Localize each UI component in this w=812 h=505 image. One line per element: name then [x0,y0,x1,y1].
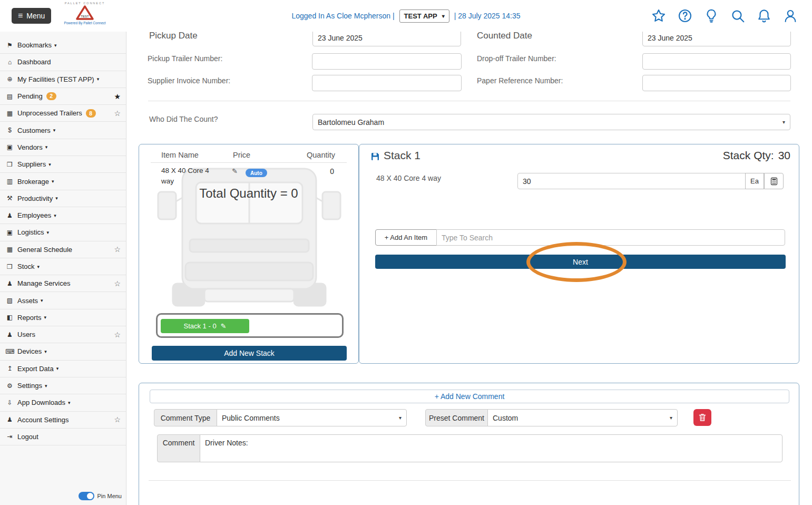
dollar-icon: $ [5,127,14,134]
pickup-trailer-input[interactable] [312,53,462,70]
calculator-icon [770,177,778,186]
total-quantity-text: Total Quantity = 0 [139,186,358,201]
item-search-input[interactable] [436,229,785,246]
unit-ea-button[interactable]: Ea [745,173,764,189]
favorite-star-icon[interactable] [114,109,121,118]
sidebar-item[interactable]: ⊕ My Facilities (TEST APP) ▾ [0,71,126,88]
chevron-down-icon: ▾ [68,400,71,405]
sidebar-item[interactable]: ⇩ App Downloads ▾ [0,394,126,411]
edit-item-icon[interactable]: ✎ [232,167,238,175]
menu-button[interactable]: ≡ Menu [12,8,51,24]
next-button[interactable]: Next [375,255,786,269]
sidebar-item[interactable]: ▤ Pending 2 [0,88,126,105]
sidebar-item[interactable]: ⚑ Bookmarks ▾ [0,37,126,54]
sidebar-item[interactable]: ▦ Unprocessed Trailers 8 [0,105,126,122]
download-icon: ⇩ [5,399,14,406]
topbar: ≡ Menu PALLET CONNECT TEST Powered By Pa… [0,0,812,32]
favorite-star-icon[interactable] [114,331,121,339]
supplier-invoice-input[interactable] [312,75,462,91]
topbar-icons [651,8,798,24]
stack-chip-label: Stack 1 - 0 [183,322,216,330]
chevron-down-icon: ▾ [54,213,56,218]
sidebar-item[interactable]: ▣ Logistics ▾ [0,224,126,241]
person-icon: ♟ [5,212,14,219]
chevron-down-icon: ▾ [670,415,672,421]
sidebar-item[interactable]: $ Customers ▾ [0,122,126,139]
hamburger-icon: ≡ [18,12,23,20]
divider [149,480,791,481]
who-counted-select[interactable]: Bartolomeu Graham ▾ [312,114,790,130]
sidebar-item[interactable]: ♟ Manage Services [0,275,126,292]
sidebar-item[interactable]: ▥ Brokerage ▾ [0,173,126,190]
delete-comment-button[interactable] [693,409,711,426]
app-select[interactable]: TEST APP ▾ [399,9,449,23]
stack-chip-button[interactable]: Stack 1 - 0 ✎ [161,319,249,333]
comment-textarea[interactable]: Driver Notes: [200,434,782,462]
comment-type-select[interactable]: Public Comments ▾ [217,409,407,426]
chevron-down-icon: ▾ [37,264,40,269]
pin-menu-label: Pin Menu [97,493,122,499]
count-badge: 8 [86,109,96,118]
preset-comment-value: Custom [493,414,518,422]
sidebar-item[interactable]: ▧ Assets ▾ [0,292,126,309]
notifications-button[interactable] [756,8,772,24]
sidebar-item[interactable]: ◧ Reports ▾ [0,309,126,326]
paper-reference-input[interactable] [642,75,791,91]
chevron-down-icon: ▾ [782,119,785,125]
who-counted-label: Who Did The Count? [149,115,218,123]
sidebar-item[interactable]: ↥ Export Data ▾ [0,361,126,377]
chart-icon: ◧ [5,314,14,321]
sidebar-item[interactable]: ⚙ Settings ▾ [0,377,126,394]
pin-menu-toggle[interactable]: Pin Menu [79,492,122,500]
favorites-button[interactable] [651,8,667,24]
search-icon [730,8,746,24]
sidebar-item[interactable]: ♟ Employees ▾ [0,207,126,224]
stack-qty-readout: Stack Qty: 30 [723,149,790,162]
favorite-star-icon[interactable] [114,279,121,288]
comment-type-label: Comment Type [154,409,217,426]
save-floppy-icon[interactable] [370,151,380,162]
sidebar-item[interactable]: ⇥ Logout [0,429,126,445]
tools-icon: ⚒ [5,195,14,202]
stack-item-qty-input[interactable] [517,173,746,189]
stack-detail-panel: Stack 1 Stack Qty: 30 48 X 40 Core 4 way… [359,144,799,364]
sidebar-item[interactable]: ♟ Users [0,326,126,343]
toggle-switch[interactable] [79,492,94,500]
next-button-label: Next [573,258,588,266]
favorite-star-icon[interactable] [114,92,121,101]
calculator-button[interactable] [764,173,784,189]
logged-in-text: Logged In As Cloe Mcpherson | [291,12,394,20]
add-new-stack-button[interactable]: Add New Stack [152,346,347,361]
sidebar-item-label: Customers [17,127,51,134]
edit-stack-icon: ✎ [221,322,227,330]
sidebar-item[interactable]: ❒ Stock ▾ [0,258,126,275]
clipboard-icon: ▤ [5,93,14,100]
sidebar-item[interactable]: ⌨ Devices ▾ [0,343,126,360]
add-new-comment-button[interactable]: + Add New Comment [150,390,789,403]
chevron-down-icon: ▾ [52,179,54,184]
favorite-star-icon[interactable] [114,415,121,424]
sidebar-item[interactable]: ❒ Suppliers ▾ [0,156,126,173]
preset-comment-label: Preset Comment [425,409,488,426]
sidebar-item[interactable]: ▦ General Schedule [0,241,126,258]
sidebar-item[interactable]: ▣ Vendors ▾ [0,139,126,156]
sidebar-item-label: Settings [17,382,42,390]
counted-date-input[interactable] [642,32,791,46]
help-button[interactable] [677,8,693,24]
sidebar-item[interactable]: ⚒ Productivity ▾ [0,190,126,207]
preset-comment-select[interactable]: Custom ▾ [487,409,678,426]
chevron-down-icon: ▾ [54,43,57,48]
search-button[interactable] [730,8,746,24]
ideas-button[interactable] [703,8,719,24]
globe-icon: ⊕ [5,75,14,83]
sidebar-item[interactable]: ⌂ Dashboard [0,54,126,71]
add-an-item-button[interactable]: + Add An Item [375,229,437,246]
pickup-date-input[interactable] [312,32,461,46]
account-button[interactable] [782,8,798,24]
sidebar-item[interactable]: ♟ Account Settings [0,412,126,429]
favorite-star-icon[interactable] [114,245,121,254]
comment-type-value: Public Comments [222,414,280,422]
chevron-down-icon: ▾ [56,366,59,371]
logout-icon: ⇥ [5,433,14,440]
dropoff-trailer-input[interactable] [642,53,791,70]
